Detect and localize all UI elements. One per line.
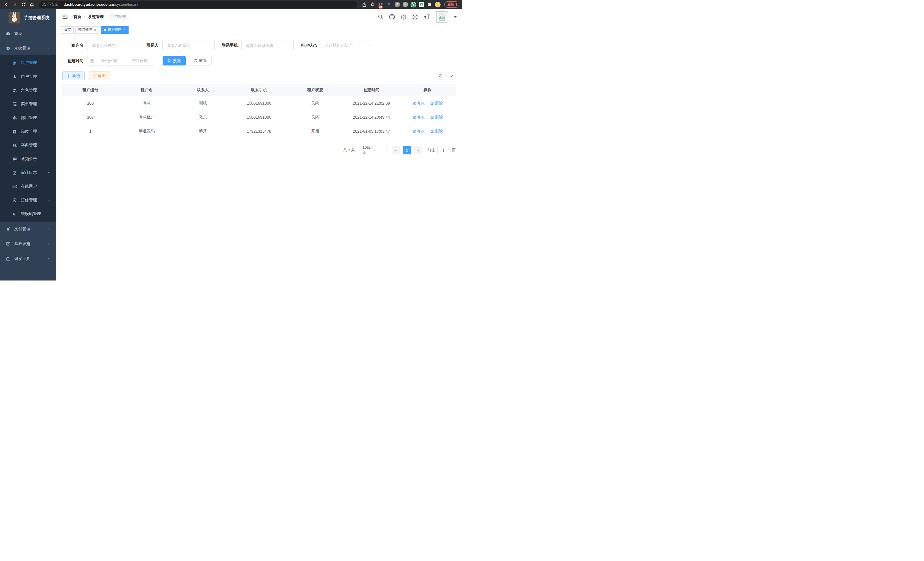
date-separator: - xyxy=(124,59,125,63)
show-search-button[interactable] xyxy=(436,72,444,80)
sidebar-item-tenant[interactable]: 租户管理 xyxy=(0,56,56,70)
extension-tampermonkey-icon[interactable]: 10 xyxy=(378,2,384,8)
sidebar-item-menu[interactable]: 菜单管理 xyxy=(0,97,56,111)
tenant-name-input[interactable] xyxy=(87,41,140,50)
trash-icon xyxy=(430,102,434,105)
sidebar-item-dept[interactable]: 部门管理 xyxy=(0,111,56,125)
tab-tenant[interactable]: 租户管理 × xyxy=(101,26,129,34)
delete-link[interactable]: 删除 xyxy=(430,129,443,134)
refresh-table-button[interactable] xyxy=(448,72,456,80)
bookmark-star-button[interactable] xyxy=(369,1,376,8)
filter-mobile: 联系手机 xyxy=(222,41,294,50)
reset-button[interactable]: 重置 xyxy=(189,56,212,65)
page-size-select[interactable]: 10条/页 xyxy=(359,146,387,154)
goto-page-input[interactable] xyxy=(437,146,449,154)
reset-button-label: 重置 xyxy=(199,58,207,63)
sidebar-item-dict[interactable]: 字典管理 xyxy=(0,138,56,152)
close-icon[interactable]: × xyxy=(123,28,126,32)
tab-home[interactable]: 首页 xyxy=(61,26,74,34)
cell-tenant-name: 芋道源码 xyxy=(118,124,175,138)
export-button[interactable]: 导出 xyxy=(88,71,110,80)
cell-created: 2021-01-05 17:03:47 xyxy=(344,124,400,138)
avatar-caret-icon[interactable] xyxy=(453,16,457,18)
trash-icon xyxy=(430,129,434,133)
search-button[interactable]: 搜索 xyxy=(163,56,186,65)
tab-label: 首页 xyxy=(64,27,71,32)
breadcrumb-system[interactable]: 系统管理 xyxy=(88,14,104,20)
header-search-icon[interactable] xyxy=(378,14,383,20)
user-avatar[interactable] xyxy=(436,11,447,23)
date-range-picker[interactable]: 开始日期 - 结束日期 xyxy=(87,56,155,65)
sidebar-item-infrastructure[interactable]: 基础设施 xyxy=(0,236,56,251)
sidebar-item-dev-tools[interactable]: 研发工具 xyxy=(0,251,56,266)
address-bar[interactable]: 不安全 dashboard.yudao.iocoder.cn/system/te… xyxy=(39,1,357,8)
sidebar-item-payment[interactable]: 支付管理 xyxy=(0,222,56,236)
next-page-button[interactable] xyxy=(414,146,422,154)
sidebar-item-error-code[interactable]: 错误码管理 xyxy=(0,207,56,221)
cell-tenant-name: 测试 xyxy=(118,96,175,110)
badge-icon xyxy=(13,129,17,134)
edit-link[interactable]: 修改 xyxy=(412,115,425,120)
browser-menu-icon[interactable] xyxy=(456,3,457,6)
security-status[interactable]: 不安全 xyxy=(42,2,58,7)
delete-link[interactable]: 删除 xyxy=(430,101,443,106)
pencil-icon xyxy=(412,116,416,119)
profile-avatar-icon[interactable] xyxy=(435,2,441,8)
app-logo[interactable]: 芋道管理系统 xyxy=(0,9,56,27)
extension-recorder-icon[interactable] xyxy=(403,2,408,7)
sidebar-item-role[interactable]: 角色管理 xyxy=(0,83,56,97)
status-select[interactable]: 请选择租户状态 xyxy=(321,41,374,50)
tab-dept[interactable]: 部门管理 × xyxy=(75,26,99,34)
share-button[interactable] xyxy=(361,1,368,8)
sidebar-item-label: 首页 xyxy=(14,31,51,36)
roles-icon xyxy=(13,88,17,93)
edit-link[interactable]: 修改 xyxy=(412,101,425,106)
address-divider xyxy=(61,3,61,7)
sidebar-item-user[interactable]: 用户管理 xyxy=(0,70,56,83)
filter-tenant-name: 租户名 xyxy=(62,41,140,50)
gear-icon xyxy=(6,46,10,50)
sidebar-item-notice[interactable]: 通知公告 xyxy=(0,152,56,166)
help-icon[interactable] xyxy=(401,14,406,20)
sidebar-item-label: 审计日志 xyxy=(21,170,47,175)
cell-actions: 修改 删除 xyxy=(399,124,456,138)
page-number-1[interactable]: 1 xyxy=(403,146,411,154)
add-button[interactable]: 新增 xyxy=(62,71,85,80)
extension-command-icon[interactable]: ⌘ xyxy=(394,2,400,7)
sidebar-item-system[interactable]: 系统管理 xyxy=(0,41,56,55)
font-size-icon[interactable] xyxy=(424,14,430,20)
tenant-name-label: 租户名 xyxy=(62,43,83,48)
sidebar-item-audit-log[interactable]: 审计日志 xyxy=(0,166,56,180)
delete-link[interactable]: 删除 xyxy=(430,115,443,120)
fullscreen-icon[interactable] xyxy=(412,14,418,20)
browser-reload-button[interactable] xyxy=(20,1,27,8)
sidebar-item-home[interactable]: 首页 xyxy=(0,27,56,41)
browser-back-button[interactable] xyxy=(3,1,10,8)
extension-kite-icon[interactable] xyxy=(386,2,392,8)
breadcrumb-separator: / xyxy=(84,15,85,19)
sidebar-item-sms[interactable]: 短信管理 xyxy=(0,193,56,207)
shield-check-icon xyxy=(13,198,17,202)
extension-chat-icon[interactable] xyxy=(419,2,424,7)
edit-label: 修改 xyxy=(417,129,425,134)
sidebar-collapse-icon[interactable] xyxy=(61,13,69,21)
sidebar-item-online-users[interactable]: 在线用户 xyxy=(0,180,56,193)
mobile-input[interactable] xyxy=(242,41,294,50)
col-created: 创建时间 xyxy=(344,84,400,96)
close-icon[interactable]: × xyxy=(94,28,96,32)
breadcrumb-home[interactable]: 首页 xyxy=(74,14,81,20)
tenant-table: 租户编号 租户名 联系人 联系手机 租户状态 创建时间 操作 108 测试 测试 xyxy=(62,84,456,138)
browser-home-button[interactable] xyxy=(28,1,35,8)
edit-link[interactable]: 修改 xyxy=(412,129,425,134)
cell-tenant-name: 测试租户 xyxy=(118,110,175,124)
prev-page-button[interactable] xyxy=(392,146,400,154)
table-tools xyxy=(436,72,456,80)
extension-y-icon[interactable]: Y xyxy=(411,2,416,8)
browser-forward-button[interactable] xyxy=(11,1,18,8)
github-icon[interactable] xyxy=(389,14,395,20)
chrome-update-button[interactable]: 更新 xyxy=(444,2,459,8)
contact-input[interactable] xyxy=(162,41,214,50)
filter-row-2: 创建时间 开始日期 - 结束日期 搜索 xyxy=(62,56,456,65)
extensions-puzzle-icon[interactable] xyxy=(427,2,432,8)
sidebar-item-post[interactable]: 岗位管理 xyxy=(0,125,56,138)
